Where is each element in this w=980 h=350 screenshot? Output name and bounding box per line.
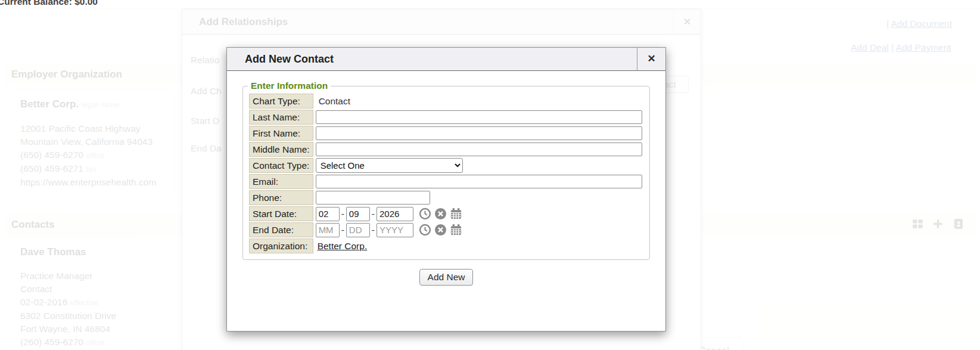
- calendar-icon[interactable]: [450, 224, 462, 236]
- clear-date-icon[interactable]: [434, 224, 447, 236]
- phone-field[interactable]: [316, 191, 430, 205]
- clock-icon[interactable]: [419, 207, 431, 220]
- contact-form-table: Chart Type: Contact Last Name: First Nam…: [248, 92, 645, 255]
- end-date-row: End Date: - -: [249, 222, 643, 237]
- organization-row: Organization: Better Corp.: [249, 239, 643, 253]
- date-separator: -: [341, 209, 344, 219]
- middle-name-label: Middle Name:: [249, 142, 313, 157]
- last-name-field[interactable]: [316, 110, 642, 124]
- first-name-field[interactable]: [316, 126, 642, 140]
- first-name-label: First Name:: [249, 126, 313, 141]
- start-date-year-field[interactable]: [377, 207, 413, 221]
- first-name-row: First Name:: [249, 126, 643, 141]
- end-date-year-field[interactable]: [377, 223, 413, 237]
- organization-label: Organization:: [249, 239, 313, 253]
- fieldset-legend: Enter Information: [248, 80, 331, 91]
- add-new-contact-title: Add New Contact: [227, 48, 637, 70]
- end-date-day-field[interactable]: [346, 223, 370, 237]
- add-new-contact-header: Add New Contact ✕: [227, 48, 665, 71]
- email-row: Email:: [249, 174, 643, 189]
- start-date-month-field[interactable]: [316, 207, 340, 221]
- calendar-icon[interactable]: [450, 207, 462, 220]
- organization-link[interactable]: Better Corp.: [316, 241, 368, 251]
- chart-type-label: Chart Type:: [249, 94, 313, 109]
- date-separator: -: [341, 225, 344, 236]
- date-separator: -: [372, 209, 375, 219]
- current-balance-text: Current Balance: $0.00: [0, 0, 98, 7]
- middle-name-row: Middle Name:: [249, 142, 643, 157]
- add-new-button[interactable]: Add New: [419, 269, 474, 286]
- phone-row: Phone:: [249, 190, 643, 205]
- close-icon[interactable]: ✕: [637, 48, 665, 70]
- last-name-label: Last Name:: [249, 110, 313, 125]
- add-new-contact-dialog: Add New Contact ✕ Enter Information Char…: [226, 47, 666, 332]
- last-name-row: Last Name:: [249, 110, 643, 125]
- contact-type-select[interactable]: Select One: [316, 158, 463, 173]
- phone-label: Phone:: [249, 190, 313, 205]
- chart-type-value: Contact: [316, 96, 350, 106]
- email-field[interactable]: [316, 175, 642, 188]
- clear-date-icon[interactable]: [434, 207, 447, 220]
- start-date-row: Start Date: - -: [249, 206, 643, 221]
- contact-type-label: Contact Type:: [249, 158, 313, 173]
- end-date-label: End Date:: [249, 222, 313, 237]
- start-date-label: Start Date:: [249, 206, 313, 221]
- clock-icon[interactable]: [419, 224, 431, 236]
- add-new-contact-body: Enter Information Chart Type: Contact La…: [227, 71, 665, 286]
- middle-name-field[interactable]: [316, 143, 642, 156]
- date-separator: -: [372, 225, 375, 236]
- email-label: Email:: [249, 174, 313, 189]
- contact-type-row: Contact Type: Select One: [249, 158, 643, 173]
- end-date-month-field[interactable]: [316, 223, 340, 237]
- chart-type-row: Chart Type: Contact: [249, 94, 643, 109]
- start-date-day-field[interactable]: [346, 207, 370, 221]
- enter-information-fieldset: Enter Information Chart Type: Contact La…: [242, 80, 650, 260]
